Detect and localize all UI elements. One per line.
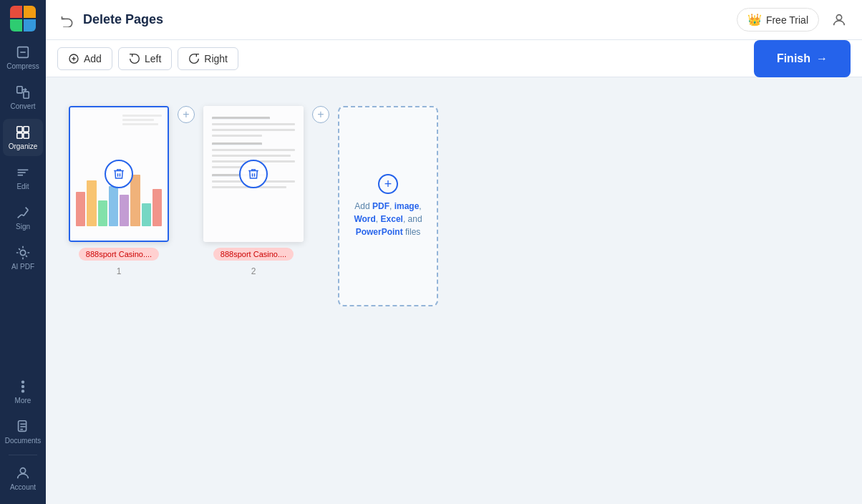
drop-zone-text: Add PDF, image, Word, Excel, and PowerPo… — [351, 200, 425, 238]
svg-point-13 — [22, 381, 24, 383]
sidebar-item-compress[interactable]: Compress — [3, 39, 43, 76]
add-circle-icon — [68, 53, 79, 64]
trash-icon-2 — [247, 168, 260, 180]
rotate-left-icon — [129, 53, 140, 64]
finish-arrow-icon: → — [816, 52, 828, 65]
svg-point-20 — [20, 468, 25, 473]
sidebar-item-documents[interactable]: Documents — [3, 413, 43, 450]
page-wrapper-1: 888sport Casino.... 1 — [69, 106, 169, 276]
undo-icon — [60, 13, 74, 27]
page-label-2: 888sport Casino.... — [213, 248, 294, 261]
svg-rect-4 — [17, 127, 22, 132]
page-card-2[interactable] — [203, 106, 304, 242]
user-profile-button[interactable] — [828, 9, 851, 32]
drop-zone[interactable]: + Add PDF, image, Word, Excel, and Power… — [338, 106, 438, 306]
add-label: Add — [84, 53, 102, 64]
add-button[interactable]: Add — [57, 47, 112, 70]
sidebar-item-account-label: Account — [10, 483, 36, 491]
svg-rect-2 — [17, 87, 22, 93]
finish-label: Finish — [777, 52, 810, 65]
organize-icon — [15, 125, 31, 140]
documents-icon — [15, 419, 31, 435]
sidebar-item-ai-pdf-label: AI PDF — [11, 263, 34, 271]
svg-line-11 — [26, 208, 29, 210]
page-slot-2: 888sport Casino.... 2 — [203, 106, 304, 276]
header-actions: 👑 Free Trial — [737, 8, 851, 32]
account-icon — [15, 465, 31, 481]
plus-separator-1: + — [169, 106, 203, 166]
plus-separator-2: + — [304, 106, 338, 166]
edit-icon — [15, 165, 31, 180]
rotate-right-icon — [188, 53, 200, 64]
sidebar-item-compress-label: Compress — [6, 62, 39, 70]
drop-zone-excel: Excel — [381, 214, 403, 224]
insert-before-2-button[interactable]: + — [178, 106, 195, 123]
svg-point-14 — [22, 386, 24, 388]
svg-point-15 — [22, 390, 24, 392]
svg-point-21 — [836, 14, 841, 19]
free-trial-button[interactable]: 👑 Free Trial — [737, 8, 819, 32]
drop-zone-plus-icon: + — [378, 174, 398, 194]
svg-rect-3 — [24, 92, 29, 98]
page-wrapper-2: 888sport Casino.... 2 — [203, 106, 304, 276]
app-logo — [10, 6, 36, 32]
delete-overlay-1 — [70, 107, 168, 241]
page-number-1: 1 — [117, 266, 122, 276]
sidebar-item-more[interactable]: More — [3, 373, 43, 410]
drop-zone-powerpoint: PowerPoint — [356, 227, 403, 237]
sidebar-item-edit-label: Edit — [16, 183, 29, 190]
rotate-left-button[interactable]: Left — [118, 47, 172, 70]
sign-icon — [15, 205, 31, 220]
sidebar-item-documents-label: Documents — [5, 437, 42, 445]
page-slot-1: 888sport Casino.... 1 — [69, 106, 169, 276]
main-content: Delete Pages 👑 Free Trial Add — [46, 0, 862, 504]
pages-container: 888sport Casino.... 1 + — [69, 106, 438, 306]
rotate-right-button[interactable]: Right — [178, 47, 238, 70]
sidebar-item-more-label: More — [15, 397, 32, 404]
ai-icon — [15, 245, 31, 261]
drop-zone-word: Word — [354, 214, 375, 224]
delete-button-1[interactable] — [105, 160, 133, 188]
crown-icon: 👑 — [747, 13, 762, 26]
drop-zone-pdf: PDF — [372, 201, 389, 211]
svg-rect-6 — [17, 133, 22, 138]
svg-rect-5 — [24, 127, 29, 132]
page-card-1[interactable] — [69, 106, 169, 242]
sidebar: Compress Convert Organize Edit — [0, 0, 46, 504]
sidebar-item-organize-label: Organize — [9, 142, 38, 150]
left-label: Left — [145, 53, 161, 64]
free-trial-label: Free Trial — [766, 14, 808, 26]
sidebar-item-organize[interactable]: Organize — [3, 119, 43, 156]
sidebar-item-edit[interactable]: Edit — [3, 159, 43, 196]
toolbar: Add Left Right Finish → — [46, 40, 862, 77]
page-number-2: 2 — [251, 266, 256, 276]
user-icon — [831, 12, 847, 28]
sidebar-item-sign[interactable]: Sign — [3, 199, 43, 236]
sidebar-item-sign-label: Sign — [16, 223, 30, 231]
page-title: Delete Pages — [83, 12, 737, 27]
sidebar-item-ai-pdf[interactable]: AI PDF — [3, 239, 43, 276]
svg-point-12 — [20, 250, 25, 255]
right-label: Right — [204, 53, 228, 64]
finish-button[interactable]: Finish → — [754, 40, 851, 77]
trash-icon-1 — [112, 168, 125, 180]
insert-after-2-button[interactable]: + — [312, 106, 329, 123]
delete-button-2[interactable] — [239, 160, 268, 188]
sidebar-item-convert-label: Convert — [10, 102, 35, 110]
delete-overlay-2 — [203, 106, 304, 242]
compress-icon — [15, 44, 31, 60]
more-icon — [15, 379, 31, 394]
header: Delete Pages 👑 Free Trial — [46, 0, 862, 40]
back-button[interactable] — [57, 10, 77, 30]
sidebar-item-convert[interactable]: Convert — [3, 79, 43, 116]
canvas-area: 888sport Casino.... 1 + — [46, 77, 862, 504]
page-label-1: 888sport Casino.... — [79, 248, 159, 261]
drop-zone-image: image — [394, 201, 420, 211]
sidebar-item-account[interactable]: Account — [3, 460, 43, 497]
convert-icon — [15, 84, 31, 100]
svg-rect-7 — [24, 133, 29, 138]
